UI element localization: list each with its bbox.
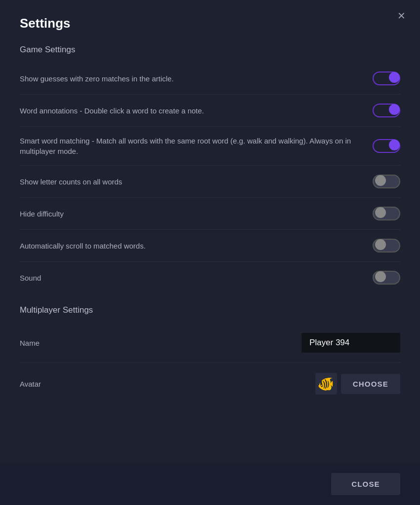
toggle-rows-container: Show guesses with zero matches in the ar… [20,65,400,291]
toggle-slider-auto-scroll [373,239,400,252]
avatar-controls: 🐠 CHOOSE [315,373,400,395]
settings-label-hide-difficulty: Hide difficulty [20,209,373,219]
toggle-word-annotations[interactable] [373,104,400,117]
settings-label-word-annotations: Word annotations - Double click a word t… [20,106,373,116]
avatar-emoji: 🐠 [317,376,335,392]
toggle-slider-show-letter-counts [373,175,400,188]
multiplayer-settings-title: Multiplayer Settings [20,305,400,315]
settings-label-sound: Sound [20,273,373,283]
avatar-label: Avatar [20,380,41,388]
settings-row-smart-word-matching: Smart word matching - Match all words wi… [20,129,400,163]
choose-button[interactable]: CHOOSE [341,374,400,394]
divider [20,362,400,363]
avatar: 🐠 [315,373,337,395]
toggle-slider-word-annotations [373,104,400,117]
row-divider [20,126,400,127]
toggle-slider-sound [373,271,400,285]
close-button[interactable]: CLOSE [331,473,400,495]
toggle-show-zero-matches[interactable] [373,72,400,85]
game-settings-section: Game Settings Show guesses with zero mat… [20,45,400,291]
settings-label-auto-scroll: Automatically scroll to matched words. [20,241,373,251]
close-icon-button[interactable]: ✕ [394,9,408,23]
toggle-hide-difficulty[interactable] [373,207,400,220]
name-label: Name [20,339,39,347]
settings-row-auto-scroll: Automatically scroll to matched words. [20,232,400,259]
name-row: Name [20,325,400,361]
toggle-sound[interactable] [373,271,400,285]
row-divider [20,229,400,230]
toggle-smart-word-matching[interactable] [373,139,400,153]
avatar-row: Avatar 🐠 CHOOSE [20,365,400,402]
toggle-slider-smart-word-matching [373,139,400,153]
settings-modal: ✕ Settings Game Settings Show guesses wi… [0,0,420,505]
multiplayer-settings-section: Multiplayer Settings Name Avatar 🐠 CHOOS… [20,305,400,402]
row-divider [20,197,400,198]
settings-row-show-zero-matches: Show guesses with zero matches in the ar… [20,65,400,92]
settings-row-hide-difficulty: Hide difficulty [20,200,400,227]
settings-row-sound: Sound [20,264,400,291]
modal-title: Settings [20,16,400,31]
toggle-slider-hide-difficulty [373,207,400,220]
toggle-auto-scroll[interactable] [373,239,400,252]
name-input[interactable] [302,333,400,353]
bottom-bar: CLOSE [0,463,420,505]
game-settings-title: Game Settings [20,45,400,55]
settings-row-show-letter-counts: Show letter counts on all words [20,168,400,195]
settings-label-smart-word-matching: Smart word matching - Match all words wi… [20,136,373,156]
row-divider [20,261,400,262]
toggle-slider-show-zero-matches [373,72,400,85]
row-divider [20,94,400,95]
row-divider [20,165,400,166]
settings-label-show-letter-counts: Show letter counts on all words [20,177,373,187]
x-icon: ✕ [397,11,406,21]
settings-label-show-zero-matches: Show guesses with zero matches in the ar… [20,73,373,84]
toggle-show-letter-counts[interactable] [373,175,400,188]
settings-row-word-annotations: Word annotations - Double click a word t… [20,97,400,124]
